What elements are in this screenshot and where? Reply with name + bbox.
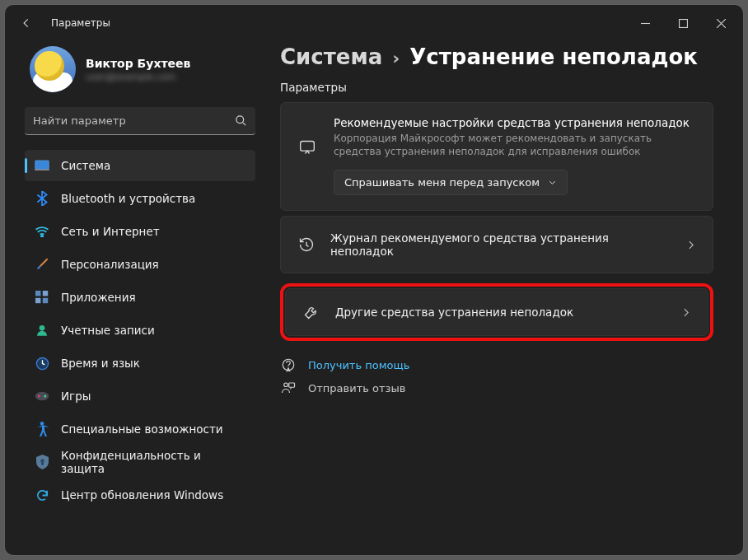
svg-rect-5	[35, 291, 40, 296]
avatar	[30, 46, 76, 92]
accessibility-icon	[35, 422, 49, 436]
search-icon	[235, 114, 247, 127]
chat-icon	[296, 116, 319, 195]
maximize-button[interactable]	[664, 10, 702, 36]
sidebar-item-label: Приложения	[61, 291, 136, 304]
sidebar-item-time-language[interactable]: Время и язык	[25, 348, 255, 379]
settings-window: Параметры Виктор Бухтеев user@example.co…	[5, 5, 743, 555]
sidebar-item-label: Персонализация	[61, 258, 159, 271]
sidebar-item-label: Время и язык	[61, 357, 140, 370]
recommended-settings-card: Рекомендуемые настройки средства устране…	[280, 102, 713, 211]
breadcrumb: Система › Устранение неполадок	[280, 44, 713, 69]
profile-email: user@example.com	[86, 72, 190, 82]
svg-point-4	[41, 236, 43, 237]
svg-point-14	[40, 422, 44, 426]
svg-rect-2	[35, 161, 49, 170]
breadcrumb-parent[interactable]: Система	[280, 44, 382, 69]
clock-globe-icon	[35, 356, 49, 371]
minimize-button[interactable]	[626, 10, 664, 36]
wrench-icon	[302, 304, 320, 320]
sidebar-item-accounts[interactable]: Учетные записи	[25, 315, 255, 346]
chevron-right-icon: ›	[392, 48, 400, 68]
svg-rect-6	[43, 291, 48, 296]
dropdown-label: Спрашивать меня перед запуском	[344, 176, 540, 189]
sidebar-item-network[interactable]: Сеть и Интернет	[25, 216, 255, 247]
sidebar-item-label: Специальные возможности	[61, 422, 223, 436]
monitor-icon	[35, 158, 49, 173]
section-label: Параметры	[280, 81, 713, 94]
svg-point-1	[236, 116, 244, 124]
highlight-box: Другие средства устранения неполадок	[280, 283, 713, 341]
apps-icon	[35, 290, 49, 305]
svg-rect-0	[679, 19, 687, 27]
svg-point-19	[284, 383, 288, 387]
svg-point-13	[44, 395, 46, 398]
breadcrumb-current: Устранение неполадок	[409, 44, 698, 69]
feedback-icon	[280, 380, 297, 395]
svg-rect-8	[43, 298, 48, 303]
main-panel: Система › Устранение неполадок Параметры…	[264, 41, 743, 555]
sidebar-item-label: Учетные записи	[61, 324, 155, 337]
reco-title: Рекомендуемые настройки средства устране…	[334, 116, 698, 129]
sidebar-item-label: Игры	[61, 390, 91, 403]
footer-links: Получить помощь Отправить отзыв	[280, 357, 713, 395]
search-input[interactable]	[33, 114, 235, 127]
svg-rect-7	[35, 298, 40, 303]
gamepad-icon	[35, 389, 49, 404]
get-help-link[interactable]: Получить помощь	[280, 357, 713, 372]
person-icon	[35, 323, 49, 338]
sidebar-item-personalization[interactable]: Персонализация	[25, 249, 255, 280]
wifi-icon	[35, 224, 49, 239]
chevron-right-icon	[680, 307, 691, 318]
link-label: Отправить отзыв	[308, 382, 405, 394]
sidebar-item-label: Конфиденциальность и защита	[61, 449, 245, 475]
link-label: Получить помощь	[308, 359, 409, 371]
back-button[interactable]	[13, 10, 40, 36]
reco-dropdown[interactable]: Спрашивать меня перед запуском	[334, 170, 568, 195]
chevron-right-icon	[685, 240, 696, 250]
sidebar-item-label: Сеть и Интернет	[61, 225, 160, 238]
shield-icon	[35, 455, 49, 469]
svg-rect-20	[289, 383, 295, 387]
update-icon	[35, 488, 49, 502]
row-label: Другие средства устранения неполадок	[335, 306, 666, 319]
svg-point-12	[38, 395, 40, 398]
window-title: Параметры	[51, 17, 110, 29]
history-row[interactable]: Журнал рекомендуемого средства устранени…	[280, 216, 713, 273]
sidebar-item-windows-update[interactable]: Центр обновления Windows	[25, 479, 255, 511]
reco-desc: Корпорация Майкрософт может рекомендоват…	[334, 132, 680, 158]
nav: Система Bluetooth и устройства Сеть и Ин…	[25, 150, 255, 511]
bluetooth-icon	[35, 191, 49, 206]
brush-icon	[35, 257, 49, 272]
sidebar-item-apps[interactable]: Приложения	[25, 282, 255, 313]
sidebar-item-bluetooth[interactable]: Bluetooth и устройства	[25, 183, 255, 214]
send-feedback-link[interactable]: Отправить отзыв	[280, 380, 713, 395]
close-button[interactable]	[702, 10, 740, 36]
svg-point-9	[40, 325, 45, 331]
sidebar-item-label: Центр обновления Windows	[61, 488, 223, 502]
chevron-down-icon	[548, 178, 557, 187]
row-label: Журнал рекомендуемого средства устранени…	[330, 231, 671, 258]
sidebar-item-privacy[interactable]: Конфиденциальность и защита	[25, 446, 255, 478]
svg-rect-16	[41, 462, 44, 465]
other-troubleshooters-row[interactable]: Другие средства устранения неполадок	[285, 288, 708, 336]
help-icon	[280, 357, 297, 372]
titlebar: Параметры	[5, 5, 743, 41]
sidebar-item-gaming[interactable]: Игры	[25, 380, 255, 412]
svg-rect-3	[35, 170, 49, 171]
sidebar: Виктор Бухтеев user@example.com Система	[25, 41, 264, 555]
history-icon	[297, 236, 316, 253]
sidebar-item-system[interactable]: Система	[25, 150, 255, 181]
search-box[interactable]	[25, 107, 255, 135]
sidebar-item-label: Система	[61, 159, 110, 172]
svg-point-11	[35, 392, 49, 401]
profile-name: Виктор Бухтеев	[86, 57, 190, 70]
profile-block[interactable]: Виктор Бухтеев user@example.com	[25, 41, 255, 107]
svg-rect-17	[301, 142, 315, 152]
sidebar-item-accessibility[interactable]: Специальные возможности	[25, 413, 255, 445]
sidebar-item-label: Bluetooth и устройства	[61, 192, 195, 205]
